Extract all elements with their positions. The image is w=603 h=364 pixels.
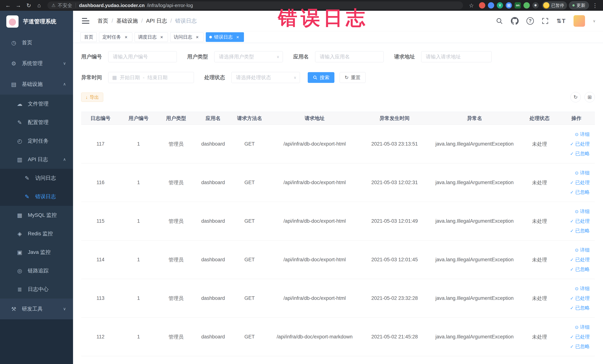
close-icon[interactable]: × — [123, 34, 129, 40]
breadcrumb-item[interactable]: API 日志 — [146, 17, 167, 25]
action-detail[interactable]: ⊙详细 — [558, 168, 590, 178]
action-ignored[interactable]: ✓已忽略 — [558, 342, 590, 351]
sidebar-item-access-log[interactable]: ✎访问日志 — [0, 169, 73, 187]
action-ignored[interactable]: ✓已忽略 — [558, 149, 590, 159]
close-icon[interactable]: × — [159, 34, 164, 40]
action-ignored[interactable]: ✓已忽略 — [558, 226, 590, 236]
extension-icon-green[interactable] — [523, 2, 530, 9]
action-detail[interactable]: ⊙详细 — [558, 284, 590, 294]
action-detail[interactable]: ⊙详细 — [558, 207, 590, 216]
github-icon[interactable] — [511, 17, 519, 25]
sidebar-item-file-manage[interactable]: ☁文件管理 — [0, 94, 73, 113]
tab-access-log[interactable]: 访问日志× — [170, 32, 204, 42]
action-ignored[interactable]: ✓已忽略 — [558, 303, 590, 313]
sidebar-item-dev-tools[interactable]: ⚒研发工具∨ — [0, 299, 73, 319]
sidebar-item-mysql-monitor[interactable]: ▦MySQL 监控 — [0, 206, 73, 224]
action-label: 详细 — [580, 208, 590, 215]
sidebar-item-api-log[interactable]: ▥API 日志∧ — [0, 150, 73, 169]
sidebar-item-error-log[interactable]: ✎错误日志 — [0, 187, 73, 206]
cell-user_type: 管理员 — [157, 279, 195, 318]
close-icon[interactable]: × — [235, 34, 240, 40]
sidebar-item-scheduled-job[interactable]: ◴定时任务 — [0, 132, 73, 150]
update-button[interactable]: 更新 — [569, 1, 589, 10]
user-type-select[interactable]: 请选择用户类型 ∨ — [214, 51, 283, 62]
home-icon[interactable]: ⌂ — [35, 1, 43, 10]
action-ignored[interactable]: ✓已忽略 — [558, 188, 590, 197]
action-processed[interactable]: ✓已处理 — [558, 216, 590, 226]
fullscreen-icon[interactable] — [542, 17, 549, 24]
extensions-puzzle-icon[interactable]: ✱ — [532, 2, 539, 9]
sidebar-item-infrastructure[interactable]: ▤基础设施∧ — [0, 74, 73, 94]
sidebar-item-java-monitor[interactable]: ▣Java 监控 — [0, 243, 73, 261]
extensions-grid-icon[interactable]: ⊞ — [506, 2, 512, 9]
back-icon[interactable]: ← — [4, 1, 12, 10]
export-button[interactable]: ↓ 导出 — [81, 93, 103, 102]
extension-icon-blue[interactable] — [488, 2, 494, 9]
column-header-user_id: 用户编号 — [120, 112, 157, 125]
request-url-input[interactable] — [421, 51, 492, 62]
refresh-table-button[interactable]: ↻ — [570, 92, 581, 102]
sidebar-item-label: 链路追踪 — [28, 267, 48, 274]
close-icon[interactable]: × — [195, 34, 200, 40]
date-range-separator: - — [143, 75, 145, 81]
action-detail[interactable]: ⊙详细 — [558, 322, 590, 332]
action-detail[interactable]: ⊙详细 — [558, 245, 590, 255]
action-processed[interactable]: ✓已处理 — [558, 294, 590, 303]
extension-on-badge[interactable]: on — [515, 2, 521, 9]
breadcrumb-item[interactable]: 首页 — [97, 17, 108, 25]
forward-icon[interactable]: → — [14, 1, 23, 10]
user-type-label: 用户类型 — [187, 53, 208, 60]
extension-icon-teal[interactable]: V — [497, 2, 503, 9]
check-icon: ✓ — [570, 151, 574, 156]
breadcrumb-item: 错误日志 — [175, 17, 197, 25]
column-settings-button[interactable]: ⊞ — [584, 92, 595, 102]
profile-chip[interactable]: 已暂停 — [542, 1, 567, 10]
sidebar-item-config-manage[interactable]: ✎配置管理 — [0, 113, 73, 132]
font-size-icon[interactable]: ⇅T — [557, 17, 566, 24]
tab-scheduled-job[interactable]: 定时任务× — [99, 32, 132, 42]
action-processed[interactable]: ✓已处理 — [558, 255, 590, 265]
breadcrumb-item[interactable]: 基础设施 — [116, 17, 138, 25]
reset-button[interactable]: ↻ 重置 — [340, 72, 366, 83]
user-avatar[interactable] — [574, 15, 585, 27]
address-bar[interactable]: ⚠ 不安全 dashboard.yudao.iocoder.cn/infra/l… — [47, 1, 463, 9]
tab-label: 首页 — [84, 34, 93, 40]
date-range-picker[interactable]: ▦ 开始日期 - 结束日期 — [108, 72, 194, 83]
reload-icon[interactable]: ↻ — [24, 1, 33, 10]
bookmark-star-icon[interactable]: ☆ — [467, 1, 476, 10]
chevron-down-icon[interactable]: ∨ — [593, 19, 596, 23]
sidebar-item-trace[interactable]: ◎链路追踪 — [0, 261, 73, 280]
chevron-down-icon: ∨ — [294, 75, 296, 80]
action-ignored[interactable]: ✓已忽略 — [558, 265, 590, 274]
action-processed[interactable]: ✓已处理 — [558, 332, 590, 342]
sidebar-item-home[interactable]: ◷首页 — [0, 32, 73, 53]
mysql-monitor-icon: ▦ — [16, 212, 24, 218]
app-name-input[interactable] — [315, 51, 384, 62]
user-id-input[interactable] — [108, 51, 177, 62]
search-icon[interactable] — [496, 17, 503, 25]
cell-exception: java.lang.IllegalArgumentException — [428, 125, 521, 163]
tab-job-log[interactable]: 调度日志× — [135, 32, 168, 42]
help-icon[interactable]: ? — [526, 17, 534, 25]
search-button[interactable]: 搜索 — [308, 72, 334, 83]
extension-icon-red[interactable] — [479, 2, 485, 9]
process-status-select[interactable]: 请选择处理状态 ∨ — [231, 72, 300, 83]
action-processed[interactable]: ✓已处理 — [558, 178, 590, 188]
hamburger-menu-icon[interactable] — [81, 16, 91, 25]
tab-error-log[interactable]: 错误日志× — [206, 32, 244, 42]
sidebar-item-log-center[interactable]: ≣日志中心 — [0, 280, 73, 299]
tab-label: 调度日志 — [138, 34, 157, 40]
table-row: 1131管理员dashboardGET/api/infra/db-doc/exp… — [81, 279, 595, 318]
kebab-menu-icon[interactable]: ⋮ — [591, 1, 599, 10]
process-status-placeholder: 请选择处理状态 — [236, 74, 271, 81]
action-detail[interactable]: ⊙详细 — [558, 130, 590, 139]
tab-label: 访问日志 — [174, 34, 192, 40]
app-logo[interactable]: 芋道管理系统 — [0, 11, 73, 32]
chevron-down-icon: ∨ — [63, 61, 66, 66]
sidebar-item-redis-monitor[interactable]: ◈Redis 监控 — [0, 224, 73, 243]
action-processed[interactable]: ✓已处理 — [558, 139, 590, 149]
tab-home[interactable]: 首页 — [81, 32, 97, 42]
filter-process-status: 处理状态 请选择处理状态 ∨ — [204, 72, 300, 83]
sidebar-item-system[interactable]: ⚙系统管理∨ — [0, 53, 73, 74]
cell-user_id: 1 — [120, 125, 157, 163]
